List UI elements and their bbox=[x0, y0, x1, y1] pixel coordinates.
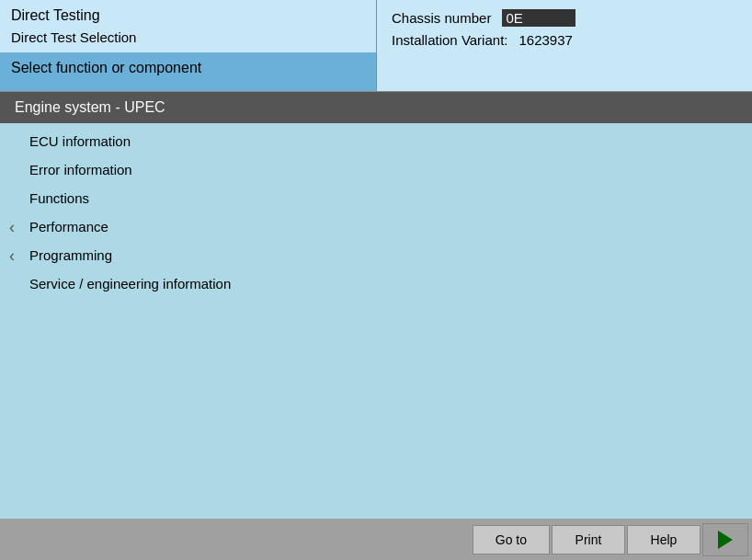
chassis-value: 0E bbox=[502, 9, 575, 27]
menu-item-label: ECU information bbox=[29, 133, 131, 149]
section-header: Engine system - UPEC bbox=[0, 92, 752, 123]
top-left-panel: Direct Testing Direct Test Selection Sel… bbox=[0, 0, 377, 91]
menu-item-label: Programming bbox=[29, 247, 112, 263]
goto-button[interactable]: Go to bbox=[473, 525, 550, 554]
list-item[interactable]: Functions bbox=[0, 184, 752, 212]
app-title: Direct Testing bbox=[0, 0, 376, 28]
menu-item-label: Error information bbox=[29, 162, 132, 177]
top-bar: Direct Testing Direct Test Selection Sel… bbox=[0, 0, 752, 92]
list-item[interactable]: Error information bbox=[0, 155, 752, 184]
installation-label: Installation Variant: bbox=[392, 32, 507, 48]
print-button[interactable]: Print bbox=[552, 525, 625, 554]
list-item[interactable]: ‹ Programming bbox=[0, 241, 752, 269]
menu-item-label: Functions bbox=[29, 190, 89, 206]
app-subtitle: Direct Test Selection bbox=[0, 28, 376, 47]
bottom-bar: Go to Print Help bbox=[0, 519, 752, 560]
main-content: Engine system - UPEC ECU information Err… bbox=[0, 92, 752, 519]
forward-button[interactable] bbox=[702, 523, 748, 556]
list-item[interactable]: ECU information bbox=[0, 127, 752, 155]
select-label: Select function or component bbox=[0, 52, 376, 91]
list-item[interactable]: Service / engineering information bbox=[0, 269, 752, 298]
play-icon bbox=[718, 531, 733, 549]
chevron-left-icon: ‹ bbox=[9, 217, 15, 236]
list-item[interactable]: ‹ Performance bbox=[0, 212, 752, 241]
top-right-panel: Chassis number 0E Installation Variant: … bbox=[377, 0, 752, 91]
help-button[interactable]: Help bbox=[627, 525, 701, 554]
menu-item-label: Performance bbox=[29, 219, 108, 234]
menu-item-label: Service / engineering information bbox=[29, 276, 231, 291]
installation-value: 1623937 bbox=[518, 32, 572, 48]
menu-list: ECU information Error information Functi… bbox=[0, 123, 752, 302]
chassis-label: Chassis number bbox=[392, 10, 491, 26]
chassis-row: Chassis number 0E bbox=[392, 9, 737, 27]
chevron-left-icon: ‹ bbox=[9, 246, 15, 265]
installation-row: Installation Variant: 1623937 bbox=[392, 32, 737, 48]
